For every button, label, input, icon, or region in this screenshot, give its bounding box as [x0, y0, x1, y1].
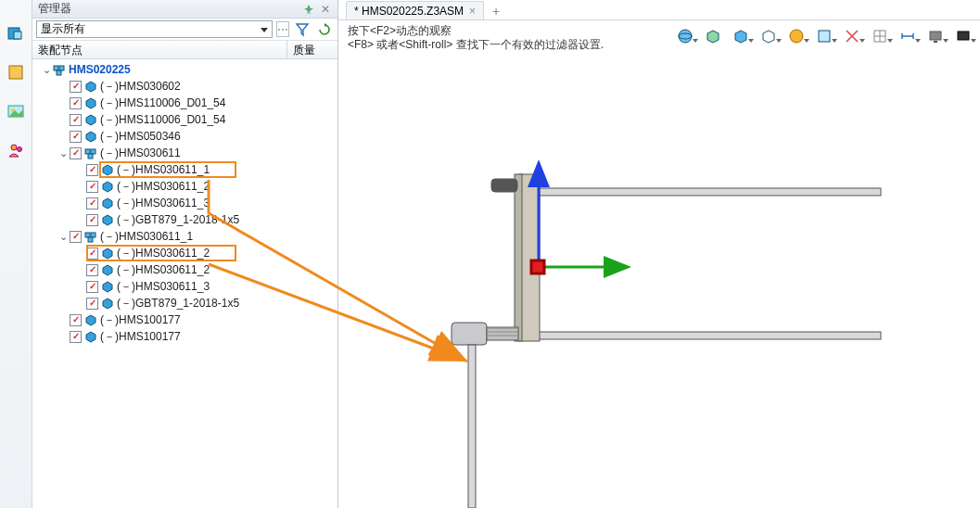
- tool-grid-icon[interactable]: [871, 27, 889, 45]
- checkbox[interactable]: [70, 147, 82, 159]
- funnel-icon[interactable]: [293, 20, 312, 39]
- checkbox[interactable]: [86, 264, 98, 276]
- tree-node[interactable]: (－)HMS030611_2: [36, 245, 337, 261]
- panel-close-icon[interactable]: ✕: [319, 3, 332, 16]
- tree-node[interactable]: (－)HMS030611_3: [36, 278, 337, 295]
- tool-cube-icon[interactable]: [704, 27, 722, 45]
- svg-rect-27: [515, 174, 522, 341]
- svg-point-18: [790, 30, 803, 43]
- checkbox[interactable]: [70, 331, 82, 343]
- tab-bar: * HMS020225.Z3ASM × +: [338, 0, 980, 20]
- svg-rect-30: [487, 327, 518, 340]
- tree-node[interactable]: (－)GBT879_1-2018-1x5: [36, 295, 337, 311]
- node-label: (－)HMS030611_3: [117, 278, 210, 295]
- checkbox[interactable]: [70, 114, 82, 126]
- svg-point-5: [11, 145, 17, 150]
- tab-add-button[interactable]: +: [488, 3, 504, 19]
- checkbox[interactable]: [70, 97, 82, 109]
- node-label: (－)HMS030611_2: [117, 245, 210, 261]
- vt-assembly-icon[interactable]: [5, 22, 27, 44]
- tree-node[interactable]: (－)HMS030611_3: [36, 195, 337, 211]
- checkbox[interactable]: [86, 281, 98, 293]
- tree-node[interactable]: (－)HMS030611_1: [36, 161, 337, 178]
- checkbox[interactable]: [70, 231, 82, 243]
- chevron-down-icon[interactable]: ⌄: [57, 145, 70, 161]
- vt-part-icon[interactable]: [5, 61, 27, 83]
- svg-rect-19: [819, 31, 830, 42]
- part-icon: [84, 113, 97, 126]
- tree-node[interactable]: (－)HMS110006_D01_54: [36, 111, 337, 128]
- part-icon: [101, 163, 114, 176]
- col-mass[interactable]: 质量: [287, 41, 337, 58]
- tree-node[interactable]: (－)HMS030611_2: [36, 178, 337, 195]
- tool-axis-icon[interactable]: [843, 27, 861, 45]
- checkbox[interactable]: [70, 314, 82, 326]
- tree-node[interactable]: (－)HMS110006_D01_54: [36, 95, 337, 111]
- filter-row: 显示所有 ⋯: [32, 19, 337, 41]
- part-icon: [101, 247, 114, 260]
- vertical-toolbar: [0, 0, 32, 508]
- svg-rect-1: [14, 32, 21, 39]
- checkbox[interactable]: [86, 181, 98, 193]
- tree-node[interactable]: (－)GBT879_1-2018-1x5: [36, 211, 337, 228]
- checkbox[interactable]: [86, 214, 98, 226]
- vt-user-icon[interactable]: [5, 139, 27, 161]
- tree-node[interactable]: (－)HMS050346: [36, 128, 337, 145]
- tool-settings-icon[interactable]: [954, 27, 973, 45]
- node-label: (－)HMS030611_2: [117, 261, 210, 278]
- part-icon: [101, 197, 114, 210]
- filter-ellipsis-button[interactable]: ⋯: [276, 21, 289, 37]
- tree-sub-assembly[interactable]: ⌄(－)HMS030611: [36, 145, 337, 161]
- tab-label: * HMS020225.Z3ASM: [354, 5, 464, 18]
- node-label: HMS020225: [69, 61, 131, 78]
- svg-point-6: [18, 147, 22, 152]
- svg-rect-34: [531, 260, 544, 273]
- node-label: (－)HMS030611_2: [117, 178, 210, 195]
- part-icon: [84, 313, 97, 326]
- display-filter-select[interactable]: 显示所有: [36, 20, 273, 38]
- part-icon: [101, 280, 114, 293]
- tree-root[interactable]: ⌄HMS020225: [36, 61, 337, 78]
- tool-view-icon[interactable]: [815, 27, 834, 45]
- tree-sub-assembly[interactable]: ⌄(－)HMS030611_1: [36, 228, 337, 245]
- assembly-tree[interactable]: ⌄HMS020225 (－)HMS030602 (－)HMS110006_D01…: [32, 59, 337, 508]
- part-icon: [84, 330, 97, 343]
- svg-rect-14: [91, 233, 95, 237]
- tool-measure-icon[interactable]: [898, 27, 917, 45]
- col-nodes[interactable]: 装配节点: [32, 41, 287, 58]
- checkbox[interactable]: [70, 81, 82, 93]
- tool-monitor-icon[interactable]: [926, 27, 945, 45]
- tree-node[interactable]: (－)HMS100177: [36, 328, 337, 345]
- tool-color-icon[interactable]: [787, 27, 806, 45]
- svg-rect-2: [9, 66, 22, 79]
- part-icon: [101, 263, 114, 276]
- 3d-viewport[interactable]: [338, 54, 980, 508]
- checkbox[interactable]: [86, 298, 98, 310]
- node-label: (－)HMS110006_D01_54: [100, 95, 225, 111]
- part-icon: [101, 297, 114, 310]
- tree-node[interactable]: (－)HMS030602: [36, 78, 337, 95]
- node-label: (－)HMS030611_1: [117, 161, 210, 178]
- tab-close-icon[interactable]: ×: [469, 5, 476, 18]
- chevron-down-icon[interactable]: ⌄: [40, 61, 53, 78]
- tool-box-icon[interactable]: [732, 27, 750, 45]
- panel-titlebar: 管理器 ✕: [32, 0, 337, 19]
- svg-rect-8: [59, 66, 64, 70]
- tool-wire-icon[interactable]: [759, 27, 778, 45]
- checkbox[interactable]: [86, 197, 98, 210]
- vt-image-icon[interactable]: [5, 100, 27, 122]
- tool-globe-icon[interactable]: [676, 27, 694, 45]
- checkbox[interactable]: [86, 248, 98, 260]
- chevron-down-icon[interactable]: ⌄: [57, 228, 70, 245]
- tree-node[interactable]: (－)HMS100177: [36, 311, 337, 328]
- checkbox[interactable]: [70, 131, 82, 143]
- node-label: (－)HMS110006_D01_54: [100, 111, 225, 128]
- document-tab[interactable]: * HMS020225.Z3ASM ×: [346, 1, 484, 19]
- refresh-icon[interactable]: [315, 20, 334, 39]
- checkbox[interactable]: [86, 164, 98, 176]
- assembly-icon: [84, 146, 97, 159]
- pin-icon[interactable]: [302, 3, 315, 16]
- tree-node[interactable]: (－)HMS030611_2: [36, 261, 337, 278]
- hint-text: 按下<F2>动态的观察 <F8> 或者<Shift-roll> 查找下一个有效的…: [338, 20, 613, 54]
- node-label: (－)HMS030611: [100, 145, 181, 161]
